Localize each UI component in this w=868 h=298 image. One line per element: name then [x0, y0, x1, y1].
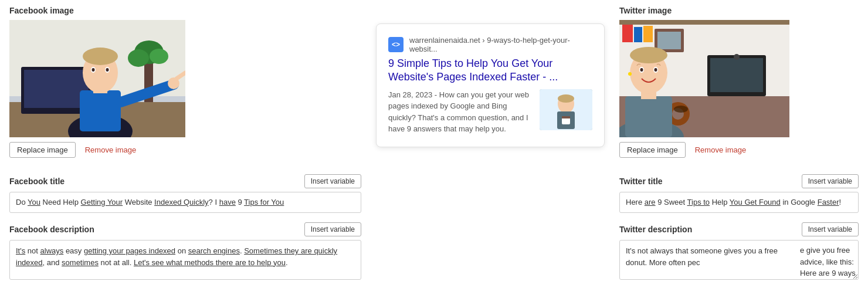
svg-point-8	[150, 49, 168, 64]
svg-rect-37	[710, 58, 763, 92]
facebook-image-actions: Replace image Remove image	[9, 142, 361, 158]
google-preview-date: Jan 28, 2023	[388, 90, 432, 99]
twitter-title-label: Twitter title	[619, 177, 663, 186]
google-preview-thumbnail	[540, 89, 592, 130]
svg-point-51	[655, 68, 657, 72]
twitter-description-insert-variable-button[interactable]: Insert variable	[802, 222, 859, 236]
google-card-top: <> warrenlainenaida.net › 9-ways-to-help…	[388, 36, 592, 53]
twitter-replace-button[interactable]: Replace image	[619, 142, 686, 158]
svg-rect-44	[625, 96, 672, 137]
twitter-description-wrapper: It's not always that someone gives you a…	[619, 240, 859, 280]
facebook-title-insert-variable-button[interactable]: Insert variable	[304, 174, 361, 188]
google-thumb-svg	[540, 89, 592, 130]
google-preview-card: <> warrenlainenaida.net › 9-ways-to-help…	[376, 23, 605, 147]
twitter-image-svg	[619, 20, 789, 137]
svg-point-42	[674, 106, 688, 113]
twitter-description-input[interactable]: It's not always that someone gives you a…	[619, 240, 859, 280]
twitter-image-actions: Replace image Remove image	[619, 142, 859, 158]
facebook-title-input[interactable]: Do You Need Help Getting Your Website In…	[9, 192, 361, 213]
facebook-description-insert-variable-button[interactable]: Insert variable	[304, 222, 361, 236]
svg-point-49	[640, 68, 643, 72]
svg-point-7	[128, 49, 149, 67]
svg-rect-27	[562, 116, 570, 118]
svg-point-47	[630, 47, 667, 63]
svg-rect-4	[24, 70, 89, 108]
google-preview-title[interactable]: 9 Simple Tips to Help You Get Your Websi…	[388, 57, 592, 84]
twitter-image-container	[619, 20, 789, 137]
svg-rect-33	[643, 26, 653, 42]
svg-point-17	[106, 68, 109, 72]
facebook-image-container	[9, 20, 185, 137]
facebook-remove-link[interactable]: Remove image	[85, 145, 136, 154]
google-code-icon: <>	[388, 37, 404, 52]
svg-rect-31	[622, 25, 633, 42]
twitter-title-section: Twitter title Insert variable Here are 9…	[619, 174, 859, 213]
facebook-description-label: Facebook description	[9, 225, 94, 234]
twitter-description-section: Twitter description Insert variable It's…	[619, 222, 859, 280]
svg-rect-10	[80, 90, 121, 131]
svg-point-24	[558, 94, 574, 103]
google-preview-separator: -	[435, 90, 439, 99]
facebook-title-section: Facebook title Insert variable Do You Ne…	[9, 174, 361, 213]
facebook-image-label: Facebook image	[9, 6, 361, 15]
svg-point-38	[734, 54, 740, 60]
svg-rect-35	[657, 32, 681, 49]
twitter-title-input[interactable]: Here are 9 Sweet Tips to Help You Get Fo…	[619, 192, 859, 213]
facebook-description-section: Facebook description Insert variable It'…	[9, 222, 361, 280]
facebook-description-input[interactable]: It's not always easy getting your pages …	[9, 240, 361, 280]
twitter-remove-link[interactable]: Remove image	[695, 145, 746, 154]
svg-point-52	[628, 72, 632, 76]
facebook-replace-button[interactable]: Replace image	[9, 142, 76, 158]
svg-point-13	[83, 48, 118, 65]
facebook-image-svg	[9, 20, 185, 137]
google-preview-url: warrenlainenaida.net › 9-ways-to-help-ge…	[409, 36, 592, 53]
svg-point-15	[92, 68, 95, 72]
google-preview-meta: Jan 28, 2023 - How can you get your web …	[388, 89, 592, 135]
facebook-title-label: Facebook title	[9, 177, 65, 186]
google-preview-description: Jan 28, 2023 - How can you get your web …	[388, 89, 533, 135]
twitter-title-insert-variable-button[interactable]: Insert variable	[802, 174, 859, 188]
twitter-image-label: Twitter image	[619, 6, 859, 15]
svg-rect-32	[634, 27, 642, 42]
svg-rect-30	[619, 20, 789, 25]
twitter-description-label: Twitter description	[619, 225, 692, 234]
